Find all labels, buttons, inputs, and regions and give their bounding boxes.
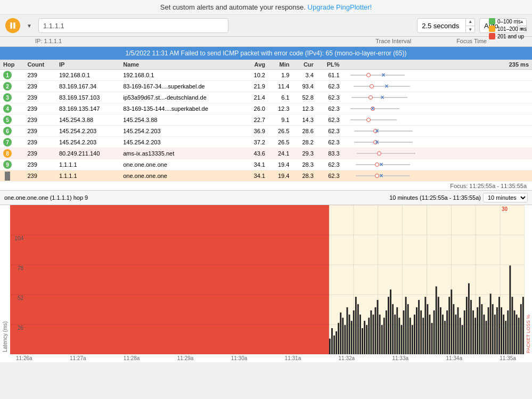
table-wrapper[interactable]: Hop Count IP Name Avg Min Cur PL% 235 ms… — [0, 60, 532, 182]
legend-label-0: 0–100 ms — [497, 19, 521, 25]
cell-count: 239 — [24, 126, 56, 137]
cell-min: 9.1 — [268, 115, 292, 126]
cell-pl: 62.3 — [317, 115, 343, 126]
cell-empty — [496, 81, 532, 92]
x-axis-label: 11:35a — [500, 355, 516, 361]
cell-pl: 62.3 — [317, 159, 343, 170]
cell-pl: 61.1 — [317, 70, 343, 81]
vis-cell-8: × — [346, 160, 493, 169]
cell-cur: 28.3 — [292, 159, 316, 170]
banner-text: Set custom alerts and automate your resp… — [160, 3, 308, 11]
cell-vis: × — [343, 70, 496, 81]
cell-vis: × — [343, 92, 496, 103]
cell-count: 239 — [24, 92, 56, 103]
cell-vis — [343, 148, 496, 159]
vis-cell-3: × — [346, 104, 493, 113]
graph-canvas — [10, 205, 525, 354]
vis-dot — [370, 84, 374, 88]
x-axis-label: 11:28a — [124, 355, 140, 361]
cell-empty — [496, 115, 532, 126]
cell-name: 145.254.2.203 — [120, 137, 244, 148]
hop-number-1: 1 — [3, 71, 12, 79]
cell-name: one.one.one.one — [120, 170, 244, 182]
vis-cross: × — [385, 83, 389, 90]
vis-bar — [350, 75, 405, 76]
cell-min: 24.1 — [268, 148, 292, 159]
table-row[interactable]: 2 239 83.169.167.34 83-169-167-34....sup… — [0, 81, 532, 92]
interval-input[interactable] — [418, 22, 465, 30]
cell-hop: 7 — [0, 137, 24, 148]
vis-cross: × — [380, 161, 383, 168]
cell-vis — [343, 115, 496, 126]
x-axis-label: 11:26a — [16, 355, 32, 361]
toolbar-sub: IP: 1.1.1.1 Trace Interval Focus Time — [0, 37, 532, 46]
interval-up[interactable]: ▲ — [466, 18, 474, 26]
table-row[interactable]: 3 239 83.169.157.103 ip53a99d67.st...-de… — [0, 92, 532, 103]
cell-avg: 43.6 — [244, 148, 268, 159]
cell-empty — [496, 92, 532, 103]
chart-dropdown[interactable]: 10 minutes 30 minutes 1 hour — [483, 193, 528, 202]
th-name: Name — [120, 60, 244, 70]
interval-down[interactable]: ▼ — [466, 26, 474, 34]
cell-avg: 34.1 — [244, 170, 268, 182]
vis-bar — [354, 131, 413, 132]
upgrade-link[interactable]: Upgrade PingPlotter! — [308, 3, 372, 11]
table-row[interactable]: 8 239 80.249.211.140 ams-ix.as13335.net … — [0, 148, 532, 159]
cell-count: 239 — [24, 70, 56, 81]
interval-spinner: ▲ ▼ — [465, 18, 474, 33]
table-row[interactable]: 7 239 145.254.2.203 145.254.2.203 37.2 2… — [0, 137, 532, 148]
cell-cur: 28.6 — [292, 126, 316, 137]
hop-number-4: 4 — [3, 104, 12, 113]
target-input[interactable] — [38, 18, 228, 33]
table-row[interactable]: 9 239 1.1.1.1 one.one.one.one 34.1 19.4 … — [0, 159, 532, 170]
cell-avg: 10.2 — [244, 70, 268, 81]
cell-min: 6.1 — [268, 92, 292, 103]
cell-ip: 83.169.157.103 — [56, 92, 120, 103]
vis-cell-9: × — [346, 172, 493, 180]
focus-time-label: Focus Time — [456, 38, 487, 44]
vis-cross: × — [382, 71, 386, 79]
interval-group: ▲ ▼ — [417, 18, 475, 33]
vis-cell-4 — [346, 116, 493, 124]
hop-number-8: 8 — [3, 149, 12, 158]
cell-empty — [496, 159, 532, 170]
cell-ip: 80.249.211.140 — [56, 148, 120, 159]
x-axis-label: 11:30a — [231, 355, 248, 361]
dropdown-arrow[interactable]: ▼ — [24, 18, 34, 33]
error-bar: 1/5/2022 11:31 AM Failed to send ICMP pa… — [0, 47, 532, 60]
x-axis-label: 11:31a — [285, 355, 301, 361]
cell-ip: 145.254.2.203 — [56, 137, 120, 148]
cell-pl: 62.3 — [317, 126, 343, 137]
vis-dot — [377, 151, 381, 156]
vis-cross: × — [375, 139, 379, 146]
graph-area: one.one.one.one (1.1.1.1) hop 9 10 minut… — [0, 190, 532, 362]
table-row[interactable]: 4 239 83.169.135.147 83-169-135-144....s… — [0, 103, 532, 115]
cell-avg: 36.9 — [244, 126, 268, 137]
table-header: Hop Count IP Name Avg Min Cur PL% 235 ms — [0, 60, 532, 70]
cell-min: 26.5 — [268, 126, 292, 137]
table-row[interactable]: 5 239 145.254.3.88 145.254.3.88 22.7 9.1… — [0, 115, 532, 126]
cell-ip: 1.1.1.1 — [56, 170, 120, 182]
cell-empty — [496, 70, 532, 81]
vis-cross: × — [371, 105, 375, 112]
cell-count: 239 — [24, 115, 56, 126]
cell-vis: × — [343, 137, 496, 148]
pause-button[interactable] — [5, 18, 20, 33]
cell-avg: 37.2 — [244, 137, 268, 148]
pl-label: PACKET LOSS % — [525, 205, 532, 354]
graph-inner: 30 — [10, 205, 525, 354]
cell-cur: 28.3 — [292, 170, 316, 182]
cell-ip: 145.254.3.88 — [56, 115, 120, 126]
table-row[interactable]: ▐▌ 239 1.1.1.1 one.one.one.one 34.1 19.4… — [0, 170, 532, 182]
vis-bar — [357, 153, 415, 154]
cell-count: 239 — [24, 81, 56, 92]
vis-cell-7 — [346, 149, 493, 158]
cell-vis: × — [343, 103, 496, 115]
vis-cell-5: × — [346, 127, 493, 135]
th-vis — [343, 60, 496, 70]
table-row[interactable]: 6 239 145.254.2.203 145.254.2.203 36.9 2… — [0, 126, 532, 137]
cell-count: 239 — [24, 159, 56, 170]
legend-item-2: 201 and up — [489, 33, 527, 39]
table-row[interactable]: 1 239 192.168.0.1 192.168.0.1 10.2 1.9 3… — [0, 70, 532, 81]
x-axis-label: 11:27a — [70, 355, 86, 361]
